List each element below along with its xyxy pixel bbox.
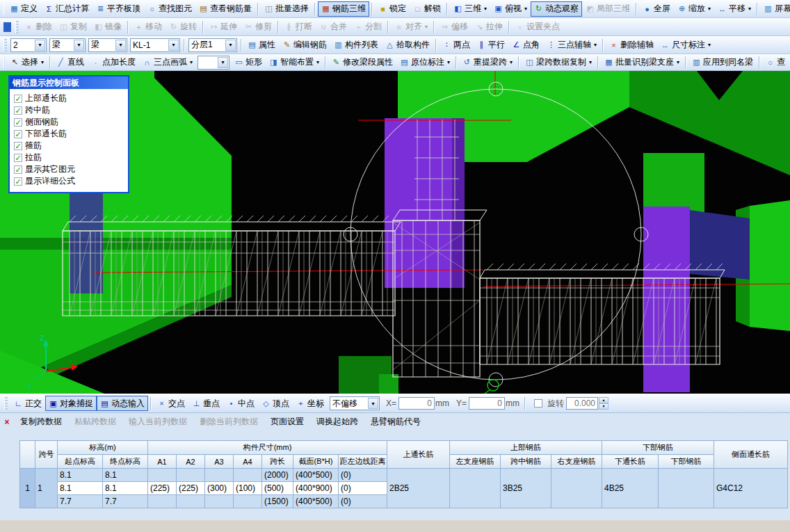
col-header-start-elev[interactable]: 起点标高 (58, 455, 103, 469)
col-header-a3[interactable]: A3 (205, 455, 234, 469)
col-header-left-edge-dist[interactable]: 距左边线距离 (339, 455, 387, 469)
col-header-bottom-through[interactable]: 下通长筋 (602, 455, 659, 469)
panel-checkbox-item[interactable]: 拉筋 (11, 152, 127, 163)
col-header-a2[interactable]: A2 (177, 455, 205, 469)
toolbar-button[interactable]: ↔ 尺寸标注 (657, 38, 714, 53)
col-header-elevation-group[interactable]: 标高(m) (58, 441, 148, 455)
snap-toggle-button[interactable]: × 交点 (154, 396, 188, 411)
toolbar-button[interactable]: ∦ 打断 (281, 19, 316, 35)
span-no-cell[interactable]: 1 (35, 469, 58, 508)
col-header-right-support[interactable]: 右支座钢筋 (551, 455, 602, 469)
toolbar-button[interactable]: ■ 锁定 (375, 1, 410, 17)
toolbar-button[interactable]: ▥ 屏幕 (760, 1, 790, 17)
toolbar-button[interactable]: ∶ 两点 (439, 38, 474, 53)
bottom-rebar-cell[interactable] (659, 469, 714, 508)
col-header-section[interactable]: 截面(B*H) (293, 455, 339, 469)
toolbar-button[interactable]: ⊕ 缩放 (674, 1, 714, 17)
table-cell[interactable]: (500) (262, 482, 293, 495)
col-header-a1[interactable]: A1 (148, 455, 177, 469)
checkbox-checked-icon[interactable] (14, 95, 22, 103)
combobox-dropdown-button[interactable] (168, 40, 179, 51)
toolbar-button[interactable]: × 删除辅轴 (606, 38, 657, 53)
table-cell[interactable]: (400*500) (293, 469, 339, 482)
toolbar-button[interactable]: ∥ 平行 (474, 38, 508, 53)
span-command-button[interactable]: 粘贴跨数据 (68, 414, 122, 430)
table-cell[interactable]: (400*900) (293, 482, 339, 495)
table-cell[interactable]: (225) (148, 482, 177, 495)
span-command-button[interactable]: 页面设置 (264, 414, 310, 430)
combobox-dropdown-button[interactable] (225, 40, 236, 51)
toolbar-button[interactable]: ▤ 查看钢筋量 (195, 1, 255, 17)
toolbar-button[interactable]: ○ 查找图元 (144, 1, 195, 17)
panel-checkbox-item[interactable]: 上部通长筋 (11, 92, 127, 104)
close-panel-button[interactable] (1, 417, 13, 427)
combobox-dropdown-button[interactable] (218, 57, 228, 68)
toolbar-button[interactable]: ◩ 局部三维 (582, 1, 634, 17)
rotate-checkbox[interactable] (534, 399, 542, 408)
toolbar-grip[interactable] (3, 3, 4, 15)
toolbar-button[interactable]: ✎ 修改梁段属性 (328, 55, 396, 70)
checkbox-checked-icon[interactable] (14, 106, 22, 115)
table-cell[interactable] (148, 469, 177, 482)
toolbar-combobox[interactable]: 2 (10, 38, 47, 52)
snap-toggle-button[interactable]: • 中点 (223, 396, 258, 411)
col-header-bottom-rebar[interactable]: 下部钢筋 (659, 455, 714, 469)
col-header-mid-span[interactable]: 跨中钢筋 (501, 455, 551, 469)
left-support-cell[interactable] (450, 469, 501, 508)
toolbar-button[interactable]: ◧ 三维 (450, 1, 490, 17)
toolbar-button[interactable]: ↘ 拉伸 (471, 19, 506, 35)
table-cell[interactable] (148, 495, 177, 508)
toolbar-button[interactable]: ↖ 选择 (7, 55, 47, 70)
col-header-span-length[interactable]: 跨长 (262, 455, 293, 469)
viewport-3d[interactable]: Z y 钢筋显示控制面板 上部通长筋 跨中筋 侧面钢筋 下部通长筋 (0, 71, 790, 394)
spinner-down-icon[interactable] (599, 403, 608, 410)
offset-combobox[interactable]: 不偏移 (330, 396, 380, 410)
toolbar-button[interactable]: ↔ 平移 (714, 1, 755, 17)
toolbar-button[interactable]: ✂ 修剪 (241, 19, 275, 35)
toolbar-button[interactable]: ↦ 延伸 (206, 19, 241, 35)
rotate-angle-input[interactable] (566, 397, 598, 410)
table-cell[interactable]: 8.1 (58, 482, 103, 495)
span-command-button[interactable]: 复制跨数据 (14, 414, 68, 430)
toolbar-grip[interactable] (15, 21, 19, 33)
mid-span-cell[interactable]: 3B25 (501, 469, 551, 508)
col-header-end-elev[interactable]: 终点标高 (103, 455, 148, 469)
x-coordinate-input[interactable] (398, 397, 435, 410)
table-cell[interactable] (234, 469, 262, 482)
snap-toggle-button[interactable]: ⊥ 垂点 (188, 396, 223, 411)
toolbar-button[interactable]: ↺ 重提梁跨 (459, 55, 516, 70)
span-command-button[interactable]: 悬臂钢筋代号 (364, 414, 427, 430)
toolbar-button[interactable]: ↻ 动态观察 (531, 1, 582, 17)
table-cell[interactable]: 8.1 (103, 482, 148, 495)
table-cell[interactable] (205, 469, 234, 482)
toolbar-button[interactable]: ∩ 三点画弧 (139, 55, 196, 70)
checkbox-checked-icon[interactable] (14, 142, 22, 150)
dock-icon[interactable] (3, 22, 11, 32)
toolbar-button[interactable]: ▫ 设置夹点 (512, 19, 563, 35)
snap-toggle-button[interactable]: ∟ 正交 (10, 396, 45, 411)
toolbar-button[interactable]: ╱ 直线 (53, 55, 88, 70)
top-through-cell[interactable]: 2B25 (387, 469, 450, 508)
panel-title[interactable]: 钢筋显示控制面板 (10, 76, 128, 89)
table-cell[interactable]: 8.1 (58, 469, 103, 482)
checkbox-checked-icon[interactable] (14, 166, 22, 174)
toolbar-button[interactable]: ⋮ 三点辅轴 (543, 38, 600, 53)
table-cell[interactable]: (2000) (262, 469, 293, 482)
toolbar-combobox[interactable]: 梁 (88, 38, 127, 52)
snap-toggle-button[interactable]: ◇ 顶点 (258, 396, 293, 411)
checkbox-checked-icon[interactable] (14, 130, 22, 138)
toolbar-button[interactable]: ▣ 俯视 (490, 1, 531, 17)
color-combobox[interactable] (198, 56, 229, 70)
table-cell[interactable]: (0) (339, 482, 387, 495)
table-cell[interactable]: (225) (177, 482, 205, 495)
toolbar-button[interactable]: ⇒ 偏移 (437, 19, 471, 35)
toolbar-button[interactable]: ≣ 平齐板顶 (92, 1, 144, 17)
combobox-dropdown-button[interactable] (115, 40, 126, 51)
toolbar-button[interactable]: + 移动 (131, 19, 166, 35)
toolbar-combobox[interactable]: KL-1 (130, 38, 180, 52)
toolbar-button[interactable]: ○ 查 (762, 55, 789, 70)
col-header-top-group[interactable]: 上部钢筋 (450, 441, 602, 455)
bottom-through-cell[interactable]: 4B25 (602, 469, 659, 508)
toolbar-button[interactable]: ↻ 旋转 (166, 19, 200, 35)
toolbar-button[interactable]: ◧ 镜像 (90, 19, 125, 35)
